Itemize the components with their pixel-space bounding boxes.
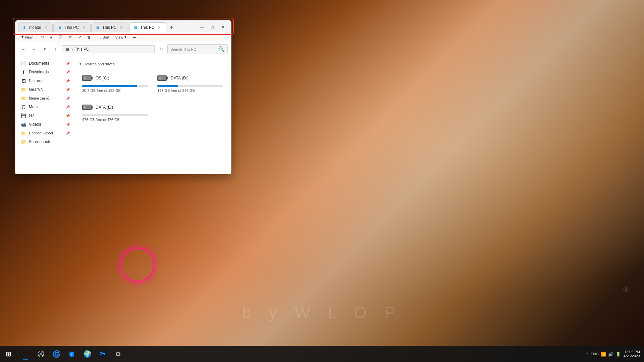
drive-d-progress-bg	[157, 85, 223, 87]
taskbar-zalo[interactable]: Z	[64, 347, 79, 361]
sidebar-item-downloads[interactable]: ⬇ Downloads 📌	[15, 68, 74, 76]
maximize-button[interactable]: □	[208, 22, 217, 32]
drive-e[interactable]: DATA (E:) 476 GB free of 476 GB	[79, 99, 151, 124]
toolbar-rename[interactable]: ✏	[66, 34, 75, 41]
tab-thispc3-close[interactable]: ✕	[119, 25, 124, 30]
toolbar-new[interactable]: ✚ New	[18, 34, 35, 41]
drive-d-progress-fill	[157, 85, 178, 87]
svg-point-13	[40, 353, 42, 355]
main-panel: ▾ Devices and drives	[74, 56, 231, 174]
toolbar-paste[interactable]: 📋	[56, 34, 66, 41]
drive-e-progress-fill	[82, 114, 83, 116]
drive-c-info: 30.7 GB free of 188 GB	[82, 88, 148, 93]
pin-icon-downloads: 📌	[66, 70, 70, 74]
toolbar-view[interactable]: View ▾	[113, 34, 129, 41]
svg-rect-3	[84, 77, 86, 79]
drive-e-info: 476 GB free of 476 GB	[82, 118, 148, 122]
minimize-button[interactable]: —	[197, 22, 206, 32]
toolbar: ✚ New ✂ ⎘ 📋 ✏ ↗ 🗑 ↕ Sort View ▾ •••	[15, 32, 231, 42]
sidebar-downloads-label: Downloads	[29, 70, 49, 74]
pin-icon-music: 📌	[66, 105, 70, 109]
taskbar: ⊞ 🗂 🌀 Z 🌍 Ps	[0, 346, 644, 362]
tab-bar: ⬇ nloads ✕ 🖥 This PC ✕ 🖥 This PC ✕ 🖥 Thi…	[15, 20, 231, 32]
taskbar-browser2[interactable]: 🌍	[80, 347, 95, 361]
explorer-icon: 🗂	[22, 350, 29, 358]
sidebar-videos-label: Videos	[29, 122, 41, 127]
nav-back-button[interactable]: ←	[19, 45, 28, 54]
tab-thispc-2[interactable]: 🖥 This PC ✕	[53, 22, 91, 32]
svg-rect-7	[159, 77, 161, 79]
pictures-icon: 🖼	[21, 78, 26, 83]
sidebar: 📄 Documents 📌 ⬇ Downloads 📌 🖼 Pictures 📌…	[15, 56, 74, 174]
tab-thispc-4[interactable]: 🖥 This PC ✕	[129, 22, 166, 32]
zalo-icon: Z	[69, 352, 74, 357]
start-icon: ⊞	[6, 350, 11, 358]
taskbar-settings[interactable]: ⚙	[111, 347, 125, 361]
drive-c-header: OS (C:)	[82, 73, 148, 83]
edge-icon: 🌀	[52, 350, 61, 358]
taskbar-chrome[interactable]	[34, 347, 48, 361]
tab-downloads[interactable]: ⬇ nloads ✕	[18, 22, 53, 32]
svg-rect-1	[83, 76, 91, 80]
search-icon: 🔍	[218, 46, 225, 52]
view-label: View	[115, 35, 123, 39]
tab-bar-container: ⬇ nloads ✕ 🖥 This PC ✕ 🖥 This PC ✕ 🖥 Thi…	[15, 20, 231, 32]
tab-thispc4-label: This PC	[140, 25, 155, 30]
downloads-icon: ⬇	[21, 69, 26, 75]
nav-dropdown-button[interactable]: ▾	[40, 45, 49, 54]
toolbar-sep-2	[95, 34, 95, 41]
taskbar-ps[interactable]: Ps	[95, 347, 110, 361]
taskbar-explorer[interactable]: 🗂	[18, 347, 33, 361]
nav-forward-button[interactable]: →	[30, 45, 38, 54]
toolbar-copy[interactable]: ⎘	[47, 34, 55, 41]
nav-up-button[interactable]: ↑	[51, 45, 60, 54]
pin-icon-gearvn: 📌	[66, 88, 70, 92]
drive-e-icon	[82, 102, 93, 113]
drive-d[interactable]: DATA (D:) 197 GB free of 286 GB	[155, 70, 226, 95]
toolbar-more[interactable]: •••	[130, 34, 139, 41]
pin-icon-untitled-export: 📌	[66, 131, 70, 135]
sidebar-item-untitled-export[interactable]: 📁 Untitled Export 📌	[15, 129, 74, 137]
sidebar-item-meme[interactable]: 📁 Meme xài rồi 📌	[15, 94, 74, 103]
wifi-icon: 📶	[601, 352, 606, 357]
address-path[interactable]: 🖥 › This PC	[62, 45, 155, 53]
toolbar-sort[interactable]: ↕ Sort	[97, 34, 112, 41]
tab-add-button[interactable]: +	[167, 23, 176, 32]
section-header[interactable]: ▾ Devices and drives	[79, 62, 226, 66]
settings-icon: ⚙	[115, 350, 121, 358]
sidebar-item-gearvn[interactable]: 📁 GearVN 📌	[15, 85, 74, 94]
toolbar-delete[interactable]: 🗑	[85, 34, 94, 41]
nav-refresh-button[interactable]: ↻	[157, 45, 165, 54]
tab-thispc4-close[interactable]: ✕	[156, 25, 162, 30]
close-button[interactable]: ✕	[218, 22, 228, 32]
new-label: New	[25, 35, 33, 39]
drive-d-info: 197 GB free of 286 GB	[157, 88, 223, 93]
window-controls: — □ ✕	[197, 22, 228, 32]
tab-thispc3-label: This PC	[102, 25, 117, 30]
ps-icon: Ps	[99, 351, 107, 357]
sys-tray-arrow[interactable]: ^	[587, 352, 588, 356]
sidebar-item-music[interactable]: 🎵 Music 📌	[15, 103, 74, 111]
drive-c[interactable]: OS (C:) 30.7 GB free of 188 GB	[79, 70, 151, 95]
sidebar-item-documents[interactable]: 📄 Documents 📌	[15, 59, 74, 68]
sidebar-item-gdrive[interactable]: 💾 G:\ 📌	[15, 111, 74, 120]
sidebar-item-videos[interactable]: 📹 Videos 📌	[15, 120, 74, 129]
taskbar-sys-icons: ENG 📶 🔊 🔋	[591, 352, 621, 357]
tab-downloads-close[interactable]: ✕	[43, 25, 48, 30]
drives-grid: OS (C:) 30.7 GB free of 188 GB	[79, 70, 226, 124]
start-button[interactable]: ⊞	[0, 346, 17, 362]
sidebar-item-pictures[interactable]: 🖼 Pictures 📌	[15, 76, 74, 85]
search-input[interactable]	[170, 47, 217, 51]
tab-downloads-label: nloads	[29, 25, 41, 30]
tab-thispc-3[interactable]: 🖥 This PC ✕	[91, 22, 128, 32]
toolbar-share[interactable]: ↗	[75, 34, 84, 41]
sort-icon: ↕	[99, 35, 101, 39]
sidebar-gearvn-label: GearVN	[29, 87, 43, 92]
taskbar-clock[interactable]: 12:05 PM 4/26/2023	[624, 350, 640, 358]
toolbar-cut[interactable]: ✂	[38, 34, 47, 41]
taskbar-edge[interactable]: 🌀	[49, 347, 64, 361]
sidebar-meme-label: Meme xài rồi	[29, 96, 50, 101]
tab-thispc2-close[interactable]: ✕	[81, 25, 86, 30]
sidebar-item-screenshots[interactable]: 📁 Screenshots	[15, 137, 74, 146]
drive-d-name: DATA (D:)	[171, 76, 189, 80]
